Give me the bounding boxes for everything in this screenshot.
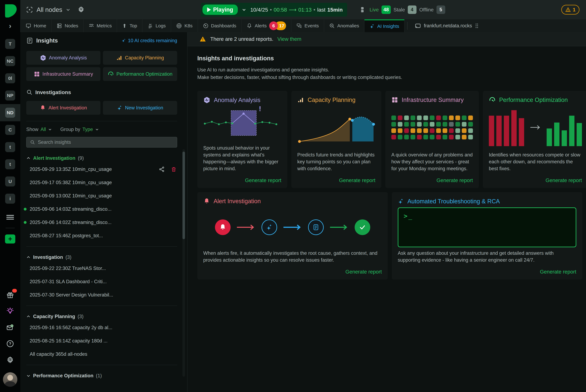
tab-dashboards[interactable]: Dashboards — [198, 20, 242, 32]
tab-ai-insights[interactable]: AI Insights — [365, 20, 405, 32]
tab-events[interactable]: Events — [291, 20, 324, 32]
section-header-performance-optimization[interactable]: Performance Optimization(1) — [26, 371, 177, 380]
show-value-dropdown[interactable]: All — [41, 126, 46, 132]
offline-label[interactable]: Offline — [419, 7, 434, 13]
add-space-button[interactable]: + — [5, 234, 15, 244]
space-button-0l[interactable]: 0l — [5, 73, 15, 83]
generate-report-link[interactable]: Generate report — [437, 178, 473, 183]
node-status-cell — [423, 116, 428, 120]
alert-investigation-button[interactable]: Alert Investigation — [26, 101, 100, 115]
new-investigation-button[interactable]: New Investigation — [103, 101, 177, 115]
live-count-badge[interactable]: 48 — [382, 6, 391, 14]
capacity-planning-button[interactable]: Capacity Planning — [103, 51, 177, 65]
tab-home[interactable]: Home — [20, 20, 51, 32]
nodes-status-icon[interactable] — [360, 6, 367, 13]
space-button-c[interactable]: C — [5, 125, 15, 135]
generate-report-link[interactable]: Generate report — [345, 269, 382, 275]
help-icon[interactable]: ? — [6, 340, 14, 348]
search-insights-input[interactable] — [38, 140, 173, 145]
chevron-down-icon[interactable] — [48, 128, 52, 131]
share-icon[interactable] — [159, 166, 165, 172]
drag-grip-icon[interactable] — [475, 23, 479, 28]
separator-dot: • — [313, 7, 315, 13]
netdata-logo — [3, 2, 18, 18]
infrastructure-summary-button[interactable]: Infrastructure Summary — [26, 67, 100, 81]
insight-list-item[interactable]: 2025-09-06 14:02Z streaming_disco... — [26, 216, 177, 229]
search-insights-box[interactable] — [26, 137, 177, 148]
tab-anomalies[interactable]: Anomalies — [324, 20, 365, 32]
tab-nodes[interactable]: Nodes — [51, 20, 83, 32]
tab-logs[interactable]: Logs — [142, 20, 171, 32]
feedback-mail-icon[interactable] — [6, 324, 14, 331]
insight-list-item[interactable]: 2025-08-27 15:46Z postgres_tot... — [26, 229, 177, 242]
hamburger-menu-icon[interactable] — [6, 214, 14, 220]
live-label[interactable]: Live — [370, 7, 379, 13]
trash-icon[interactable] — [171, 166, 176, 172]
view-reports-link[interactable]: View them — [277, 36, 301, 42]
playing-button[interactable]: Playing — [202, 4, 238, 15]
insight-list-item[interactable]: 2025-09-17 05:38Z 10min_cpu_usage — [26, 176, 177, 189]
stale-label[interactable]: Stale — [394, 7, 405, 13]
chevron-down-icon[interactable] — [242, 8, 246, 12]
chevron-down-icon[interactable] — [95, 128, 99, 131]
offline-count-badge[interactable]: 5 — [437, 6, 445, 14]
warning-count-pill[interactable]: 1 — [561, 5, 580, 14]
stale-count-badge[interactable]: 4 — [408, 6, 417, 14]
space-button-t[interactable]: T — [5, 39, 15, 49]
anomaly-analysis-button[interactable]: Anomaly Analysis — [26, 51, 100, 65]
insight-list-item[interactable]: 2025-09-16 16:56Z capacity 2y db al... — [26, 321, 177, 334]
space-button-t[interactable]: t — [5, 142, 15, 152]
group-by-value-dropdown[interactable]: Type — [82, 126, 93, 132]
node-tab-frankfurt[interactable]: frankfurt.netdata.rocks — [410, 20, 483, 32]
investigation-buttons: Alert Investigation New Investigation — [26, 101, 177, 115]
tab-top[interactable]: Top — [117, 20, 142, 32]
tab-bar: HomeNodesMetricsTopLogsK8sDashboardsAler… — [20, 20, 586, 32]
section-header-alert-investigation[interactable]: Alert Investigation(9) — [26, 154, 177, 162]
expand-rail-icon[interactable]: › — [9, 22, 11, 30]
node-status-cell — [443, 122, 447, 126]
svg-text:!: ! — [259, 106, 261, 112]
section-header-capacity-planning[interactable]: Capacity Planning(3) — [26, 312, 177, 321]
space-button-nd[interactable]: ND — [5, 108, 15, 118]
ai-credits[interactable]: 10 AI credits remaining — [121, 38, 177, 44]
space-button-u[interactable]: U — [5, 176, 15, 186]
tab-metrics[interactable]: Metrics — [83, 20, 117, 32]
insight-item-label: 2025-09-16 16:56Z capacity 2y db al... — [30, 325, 112, 330]
insight-item-label: All capacity 365d all-nodes — [30, 351, 87, 357]
node-filter-dropdown[interactable]: All nodes — [26, 6, 70, 13]
tab-k8s[interactable]: K8s — [171, 20, 198, 32]
section-header-investigation[interactable]: Investigation(3) — [26, 253, 177, 262]
node-status-cell — [391, 122, 396, 126]
space-button-nc[interactable]: NC — [5, 56, 15, 66]
lightbulb-icon[interactable] — [6, 307, 14, 315]
insight-list-item[interactable]: 2025-09-09 13:00Z 10min_cpu_usage — [26, 189, 177, 202]
insight-list-item[interactable]: 2025-07-30 Server Design Vulnerabil... — [26, 288, 177, 302]
time-range-display[interactable]: 10/4/25 • 00:58 ⟶ 01:13 • last 15min — [250, 6, 343, 13]
insight-list-item[interactable]: 2025-09-29 13:35Z 10min_cpu_usage — [26, 162, 177, 176]
insight-list-item[interactable]: 2025-08-25 16:14Z capacity 180d ... — [26, 334, 177, 348]
section-name: Investigation — [33, 254, 63, 260]
insight-list-item[interactable]: 2025-07-31 SLA Dashboard - Criti... — [26, 275, 177, 288]
space-button-i[interactable]: i — [5, 194, 15, 204]
rca-terminal[interactable]: >_ — [398, 208, 576, 247]
gift-icon[interactable] — [6, 291, 14, 299]
generate-report-link[interactable]: Generate report — [339, 178, 375, 183]
panel-scrollbar-thumb[interactable] — [182, 152, 185, 239]
space-button-np[interactable]: NP — [5, 90, 15, 100]
generate-report-link[interactable]: Generate report — [546, 178, 582, 183]
space-button-t[interactable]: t — [5, 159, 15, 169]
settings-gear-icon[interactable] — [6, 356, 14, 364]
tab-alerts[interactable]: Alerts617 — [242, 20, 291, 32]
subtitle-line-1: Use AI to run automated investigations a… — [197, 67, 329, 72]
workspace-settings-icon[interactable] — [77, 6, 85, 14]
insight-list-item[interactable]: 2025-09-22 22:30Z TrueNAS Stor... — [26, 262, 177, 275]
generate-report-link[interactable]: Generate report — [245, 178, 281, 183]
tab-label: Anomalies — [337, 23, 359, 28]
insight-list-item[interactable]: 2025-09-06 14:03Z streaming_disco... — [26, 202, 177, 216]
banner-text: There are 2 unread reports. — [210, 36, 273, 42]
insight-list-item[interactable]: All capacity 365d all-nodes — [26, 348, 177, 361]
performance-optimization-button[interactable]: Performance Optimization — [103, 67, 177, 81]
node-tab-label: frankfurt.netdata.rocks — [424, 23, 472, 28]
generate-report-link[interactable]: Generate report — [540, 269, 576, 275]
user-avatar[interactable] — [3, 372, 17, 387]
